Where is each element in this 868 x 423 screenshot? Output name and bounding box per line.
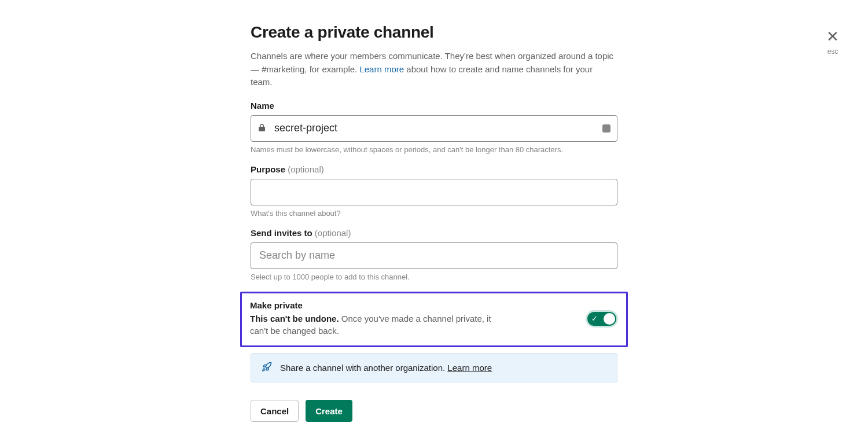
purpose-label: Purpose (optional)	[251, 164, 324, 174]
private-title: Make private	[250, 300, 493, 310]
intro-text: Channels are where your members communic…	[251, 50, 615, 89]
name-input-wrap	[251, 115, 617, 142]
channel-name-input[interactable]	[251, 115, 617, 142]
invites-hint: Select up to 1000 people to add to this …	[251, 273, 617, 281]
name-hint: Names must be lowercase, without spaces …	[251, 145, 617, 154]
name-label: Name	[251, 101, 274, 111]
cancel-button[interactable]: Cancel	[251, 400, 299, 422]
create-channel-dialog: Create a private channel Channels are wh…	[251, 0, 617, 422]
invites-input-wrap	[251, 242, 617, 269]
name-field-block: Name Names must be lowercase, without sp…	[251, 101, 617, 154]
share-banner-text: Share a channel with another organizatio…	[280, 363, 492, 373]
purpose-field-block: Purpose (optional) What's this channel a…	[251, 164, 617, 218]
private-description: This can't be undone. Once you've made a…	[250, 312, 493, 338]
purpose-input-wrap	[251, 179, 617, 205]
rocket-icon	[262, 362, 272, 374]
purpose-input[interactable]	[251, 179, 617, 205]
close-icon: ✕	[826, 29, 839, 44]
share-learn-more-link[interactable]: Learn more	[447, 363, 492, 373]
make-private-section: Make private This can't be undone. Once …	[240, 292, 628, 348]
toggle-knob	[604, 313, 615, 325]
close-button[interactable]: ✕ esc	[826, 29, 839, 56]
lock-icon	[259, 124, 265, 133]
create-button[interactable]: Create	[306, 400, 352, 422]
private-text: Make private This can't be undone. Once …	[250, 300, 493, 338]
dialog-actions: Cancel Create	[251, 400, 617, 422]
invites-label: Send invites to (optional)	[251, 228, 351, 238]
invites-search-input[interactable]	[251, 242, 617, 269]
purpose-hint: What's this channel about?	[251, 209, 617, 218]
input-suffix-icon	[602, 124, 610, 133]
share-channel-banner: Share a channel with another organizatio…	[251, 353, 617, 382]
private-toggle[interactable]: ✓	[586, 310, 618, 328]
close-label: esc	[826, 47, 839, 56]
intro-learn-more-link[interactable]: Learn more	[359, 64, 404, 74]
check-icon: ✓	[591, 314, 598, 323]
invites-field-block: Send invites to (optional) Select up to …	[251, 228, 617, 281]
dialog-title: Create a private channel	[251, 23, 617, 42]
